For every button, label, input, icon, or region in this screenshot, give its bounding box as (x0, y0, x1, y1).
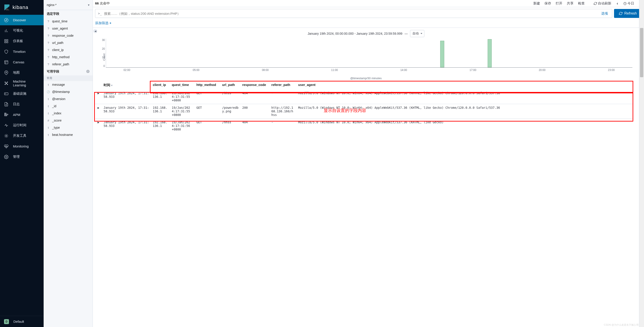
index-pattern-select[interactable]: nginx-* ▾ (44, 0, 92, 10)
field-_type[interactable]: t_type (44, 124, 92, 131)
search-input[interactable] (104, 12, 598, 16)
shield-icon (4, 50, 8, 54)
field-@version[interactable]: t@version (44, 95, 92, 103)
cell-user_agent: Mozilla/5.0 (Windows NT 10.0; Win64; x64… (296, 119, 633, 133)
scrollbar[interactable] (639, 0, 644, 327)
fields-settings-icon[interactable] (86, 70, 90, 74)
hit-count: 66 次命中 (95, 1, 110, 6)
field-type-icon: ? (47, 34, 50, 37)
field-quest_time[interactable]: ?quest_time (44, 18, 92, 25)
field-url_path[interactable]: ?url_path (44, 39, 92, 46)
nav-discover[interactable]: Discover (0, 15, 44, 25)
nav-timelion[interactable]: Timelion (0, 46, 44, 57)
field-_id[interactable]: t_id (44, 103, 92, 110)
scrollbar-thumb[interactable] (640, 28, 643, 77)
cell-referer_path: - (270, 119, 296, 133)
svg-line-19 (6, 82, 8, 83)
col-response_code[interactable]: response_code (240, 81, 270, 90)
col-user_agent[interactable]: user_agent (296, 81, 633, 90)
col-client_ip[interactable]: client_ip (151, 81, 170, 90)
action-检查[interactable]: 检查 (578, 1, 585, 5)
nav-apm[interactable]: APM (0, 109, 44, 120)
nav-运行时间[interactable]: 运行时间 (0, 120, 44, 131)
interval-select[interactable]: 自动 (410, 30, 424, 37)
action-新建[interactable]: 新建 (533, 1, 540, 5)
field-message[interactable]: tmessage (44, 81, 92, 88)
field-client_ip[interactable]: ?client_ip (44, 46, 92, 54)
filter-bar: 添加筛选 + (93, 20, 644, 28)
svg-line-20 (5, 83, 6, 84)
apm-icon (4, 113, 8, 117)
nav-仪表板[interactable]: 仪表板 (0, 36, 44, 46)
field-_index[interactable]: t_index (44, 110, 92, 117)
logo[interactable]: kibana (0, 0, 44, 15)
kibana-nav: kibana Discover可视化仪表板TimelionCanvas地图Mac… (0, 0, 44, 327)
auto-refresh-toggle[interactable]: 自动刷新 (594, 1, 611, 6)
chart-bar[interactable] (488, 39, 492, 67)
nav-monitoring[interactable]: Monitoring (0, 141, 44, 152)
svg-point-30 (6, 135, 7, 136)
nav-管理[interactable]: 管理 (0, 152, 44, 162)
top-actions: 新建保存打开共享检查 自动刷新 ‹ 今日 › (533, 1, 642, 6)
selected-fields-header: 选定字段 (44, 10, 92, 18)
field-beat.hostname[interactable]: tbeat.hostname (44, 131, 92, 138)
nav-default[interactable]: D Default (0, 316, 44, 327)
nav-可视化[interactable]: 可视化 (0, 25, 44, 36)
chart-bar[interactable] (440, 41, 444, 67)
field-http_method[interactable]: ?http_method (44, 54, 92, 61)
collapse-sidebar-button[interactable]: ◀ (93, 29, 97, 33)
field-referer_path[interactable]: ?referer_path (44, 61, 92, 68)
time-range-display: January 19th 2024, 00:00:00.000 - Januar… (93, 28, 639, 38)
svg-point-12 (6, 72, 7, 73)
nav-地图[interactable]: 地图 (0, 67, 44, 78)
svg-marker-1 (6, 19, 7, 21)
col-http_method[interactable]: http_method (194, 81, 220, 90)
nav-开发工具[interactable]: 开发工具 (0, 131, 44, 141)
nav-canvas[interactable]: Canvas (0, 57, 44, 67)
search-row: >_ 选项 Refresh (93, 7, 644, 20)
refresh-button[interactable]: Refresh (614, 9, 642, 18)
col-时间[interactable]: 时间 ▾ (102, 81, 151, 90)
search-prompt-icon: >_ (98, 12, 102, 15)
brand-text: kibana (12, 5, 28, 10)
index-pattern-value: nginx-* (47, 3, 56, 7)
svg-point-32 (88, 71, 88, 72)
nav-基础设施[interactable]: 基础设施 (0, 88, 44, 99)
field-_score[interactable]: #_score (44, 117, 92, 124)
expand-row-button[interactable]: ▶ (95, 119, 102, 133)
field-response_code[interactable]: ?response_code (44, 32, 92, 39)
refresh-icon (619, 12, 622, 15)
map-pin-icon (4, 71, 8, 75)
wrench-icon (4, 134, 8, 138)
nav-machine-learning[interactable]: Machine Learning (0, 78, 44, 88)
add-filter-button[interactable]: 添加筛选 + (95, 21, 112, 25)
expand-row-button[interactable]: ▶ (95, 90, 102, 104)
field-@timestamp[interactable]: 🕒@timestamp (44, 88, 92, 95)
clock-icon (624, 2, 626, 5)
col-url_path[interactable]: url_path (220, 81, 240, 90)
svg-rect-22 (4, 93, 8, 95)
nav-日志[interactable]: 日志 (0, 99, 44, 109)
field-type-icon: ? (47, 63, 50, 66)
expand-row-button[interactable]: ▶ (95, 104, 102, 119)
logs-icon (4, 102, 8, 107)
today-button[interactable]: 今日 (624, 1, 634, 6)
cell-response_code: 404 (240, 119, 270, 133)
search-options-link[interactable]: 选项 (600, 12, 609, 16)
time-prev-button[interactable]: ‹ (616, 1, 619, 6)
action-保存[interactable]: 保存 (544, 1, 551, 5)
action-共享[interactable]: 共享 (567, 1, 574, 5)
cell-url_path: /hhss (220, 119, 240, 133)
col-quest_time[interactable]: quest_time (170, 81, 194, 90)
search-box[interactable]: >_ 选项 (95, 9, 612, 18)
histogram-chart[interactable]: Count 3020100 02:0005:0008:0011:0014:001… (93, 38, 639, 76)
gear-icon (4, 155, 8, 159)
field-user_agent[interactable]: ?user_agent (44, 25, 92, 32)
chevron-down-icon: ▾ (88, 3, 90, 7)
col-referer_path[interactable]: referer_path (270, 81, 296, 90)
cell-url_path: /hhss (220, 90, 240, 104)
field-type-icon: t (47, 112, 50, 115)
cell-client_ip: 192.168.136.1 (151, 119, 170, 133)
annotation-text: 显示自设置的字段内容 (311, 106, 378, 114)
action-打开[interactable]: 打开 (556, 1, 562, 5)
